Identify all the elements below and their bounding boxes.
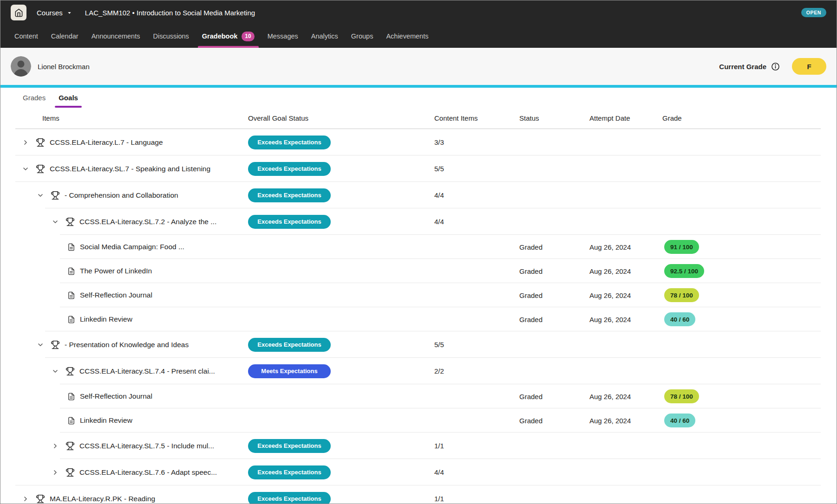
- attempt-date: Aug 26, 2024: [589, 243, 662, 251]
- overall-goal-status-pill: Exceeds Expectations: [248, 439, 331, 453]
- column-header-status: Status: [519, 114, 589, 122]
- grade-pill[interactable]: 92.5 / 100: [664, 264, 704, 278]
- overall-goal-status-pill: Exceeds Expectations: [248, 162, 331, 176]
- goal-row[interactable]: CCSS.ELA-Literacy.SL.7 - Speaking and Li…: [15, 155, 821, 182]
- content-items-count: 4/4: [434, 218, 519, 226]
- goal-row[interactable]: - Presentation of Knowledge and IdeasExc…: [15, 331, 821, 358]
- attempt-date: Aug 26, 2024: [589, 267, 662, 275]
- goal-label: CCSS.ELA-Literacy.SL.7.2 - Analyze the .…: [79, 218, 216, 226]
- chevron-down-icon[interactable]: [34, 189, 47, 202]
- overall-goal-status-pill: Exceeds Expectations: [248, 338, 331, 352]
- nav-item-label: Achievements: [386, 32, 428, 40]
- gradebook-goals-page: Courses LAC_SMM102 • Introduction to Soc…: [0, 0, 837, 504]
- goal-label: MA.ELA-Literacy.R.PK - Reading: [50, 495, 155, 503]
- nav-item-calendar[interactable]: Calendar: [45, 25, 85, 48]
- current-grade-pill[interactable]: F: [792, 58, 826, 75]
- course-nav: Content Calendar Announcements Discussio…: [0, 25, 837, 48]
- overall-goal-status-pill: Exceeds Expectations: [248, 215, 331, 229]
- goal-trophy-icon: [36, 494, 45, 504]
- goal-row[interactable]: CCSS.ELA-Literacy.SL.7.4 - Present clai.…: [15, 358, 821, 384]
- content-item-row[interactable]: The Power of LinkedInGradedAug 26, 20249…: [15, 259, 821, 283]
- goal-trophy-icon: [65, 441, 75, 451]
- attempt-date: Aug 26, 2024: [589, 291, 662, 299]
- courses-dropdown[interactable]: Courses: [34, 8, 75, 17]
- tab-goals[interactable]: Goals: [55, 88, 82, 108]
- course-open-badge[interactable]: OPEN: [801, 8, 826, 17]
- nav-item-discussions[interactable]: Discussions: [146, 25, 195, 48]
- grade-pill[interactable]: 40 / 60: [664, 414, 695, 427]
- grade-pill[interactable]: 91 / 100: [664, 240, 699, 254]
- goal-row[interactable]: CCSS.ELA-Literacy.SL.7.2 - Analyze the .…: [15, 208, 821, 235]
- content-items-count: 4/4: [434, 191, 519, 199]
- nav-item-label: Analytics: [311, 32, 338, 40]
- nav-item-label: Messages: [268, 32, 298, 40]
- goal-trophy-icon: [36, 164, 45, 174]
- goal-row[interactable]: MA.ELA-Literacy.R.PK - ReadingExceeds Ex…: [15, 485, 821, 504]
- document-icon: [67, 417, 75, 425]
- content-items-count: 4/4: [434, 468, 519, 476]
- nav-item-achievements[interactable]: Achievements: [379, 25, 435, 48]
- goal-row[interactable]: CCSS.ELA-Literacy.L.7 - LanguageExceeds …: [15, 129, 821, 155]
- goal-row[interactable]: CCSS.ELA-Literacy.SL.7.5 - Include mul..…: [15, 433, 821, 459]
- chevron-down-icon[interactable]: [49, 365, 62, 378]
- chevron-right-icon[interactable]: [19, 136, 32, 149]
- chevron-right-icon[interactable]: [19, 492, 32, 504]
- nav-item-analytics[interactable]: Analytics: [305, 25, 345, 48]
- goal-label: CCSS.ELA-Literacy.SL.7 - Speaking and Li…: [50, 165, 210, 173]
- content-items-count: 5/5: [434, 341, 519, 349]
- status-text: Graded: [519, 243, 589, 251]
- grade-pill[interactable]: 78 / 100: [664, 389, 699, 403]
- goal-label: CCSS.ELA-Literacy.SL.7.4 - Present clai.…: [79, 367, 215, 375]
- grade-pill[interactable]: 78 / 100: [664, 288, 699, 302]
- nav-item-gradebook[interactable]: Gradebook 10: [196, 25, 261, 48]
- course-heading: LAC_SMM102 • Introduction to Social Medi…: [85, 9, 255, 17]
- document-icon: [67, 267, 75, 275]
- gradebook-tabs: Grades Goals: [0, 88, 837, 108]
- nav-item-label: Announcements: [92, 32, 140, 40]
- student-avatar: [11, 56, 31, 77]
- content-items-count: 5/5: [434, 165, 519, 173]
- nav-item-messages[interactable]: Messages: [261, 25, 305, 48]
- chevron-right-icon[interactable]: [49, 466, 62, 479]
- content-item-label: Self-Reflection Journal: [80, 291, 152, 299]
- document-icon: [67, 393, 75, 401]
- status-text: Graded: [519, 291, 589, 299]
- home-button[interactable]: [11, 5, 26, 20]
- column-header-items: Items: [15, 114, 248, 122]
- content-item-row[interactable]: Linkedin ReviewGradedAug 26, 202440 / 60: [15, 408, 821, 433]
- current-grade-label: Current Grade: [719, 63, 766, 71]
- nav-item-label: Groups: [351, 32, 373, 40]
- chevron-down-icon[interactable]: [19, 162, 32, 175]
- column-header-overall-goal-status: Overall Goal Status: [248, 114, 434, 122]
- nav-item-label: Calendar: [51, 32, 78, 40]
- chevron-down-icon[interactable]: [49, 215, 62, 228]
- status-text: Graded: [519, 267, 589, 275]
- content-item-row[interactable]: Linkedin ReviewGradedAug 26, 202440 / 60: [15, 307, 821, 331]
- overall-goal-status-pill: Exceeds Expectations: [248, 136, 331, 149]
- goal-row[interactable]: CCSS.ELA-Literacy.SL.7.6 - Adapt speec..…: [15, 459, 821, 485]
- nav-item-label: Content: [14, 32, 38, 40]
- status-text: Graded: [519, 417, 589, 425]
- nav-item-announcements[interactable]: Announcements: [85, 25, 147, 48]
- content-items-count: 1/1: [434, 495, 519, 503]
- column-header-attempt-date: Attempt Date: [589, 114, 662, 122]
- goals-table: Items Overall Goal Status Content Items …: [15, 108, 821, 504]
- gradebook-count-badge: 10: [242, 32, 254, 41]
- content-item-row[interactable]: Self-Reflection JournalGradedAug 26, 202…: [15, 283, 821, 307]
- tab-grades[interactable]: Grades: [19, 88, 49, 108]
- student-header: Lionel Brockman Current Grade F: [0, 48, 837, 85]
- chevron-right-icon[interactable]: [49, 439, 62, 452]
- nav-item-groups[interactable]: Groups: [345, 25, 380, 48]
- goal-trophy-icon: [51, 191, 60, 200]
- grade-pill[interactable]: 40 / 60: [664, 312, 695, 326]
- content-item-row[interactable]: Self-Reflection JournalGradedAug 26, 202…: [15, 384, 821, 408]
- goal-label: - Presentation of Knowledge and Ideas: [65, 341, 189, 349]
- goal-row[interactable]: - Comprehension and CollaborationExceeds…: [15, 182, 821, 208]
- student-name: Lionel Brockman: [38, 63, 90, 71]
- nav-item-content[interactable]: Content: [8, 25, 45, 48]
- chevron-down-icon[interactable]: [34, 338, 47, 351]
- content-items-count: 2/2: [434, 367, 519, 375]
- content-item-row[interactable]: Social Media Campaign: Food ...GradedAug…: [15, 235, 821, 259]
- document-icon: [67, 243, 75, 251]
- info-button[interactable]: [771, 62, 780, 71]
